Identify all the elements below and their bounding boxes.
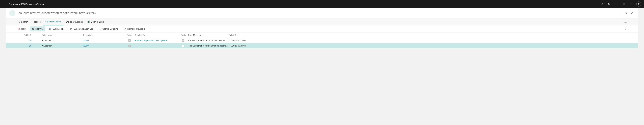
svg-point-9 (601, 3, 602, 5)
flag-icon[interactable] (613, 0, 620, 8)
col-header-description[interactable]: Description (82, 34, 124, 36)
svg-rect-0 (3, 3, 3, 3)
tab-process[interactable]: Process (30, 18, 43, 25)
svg-marker-24 (618, 21, 620, 23)
filter-icon[interactable] (616, 19, 622, 25)
svg-line-18 (632, 12, 633, 13)
cell-table-name: Customer (42, 39, 82, 42)
page-title: COUPLED DATA SYNCHRONIZATION ERRORS | WO… (18, 12, 96, 14)
svg-rect-1 (4, 3, 4, 3)
action-retry-all-label: Retry All (36, 28, 44, 30)
svg-point-30 (624, 22, 625, 23)
svg-rect-7 (4, 5, 4, 5)
action-set-up-coupling-label: Set Up Coupling (102, 28, 118, 30)
svg-point-19 (18, 21, 19, 22)
notifications-icon[interactable] (606, 0, 613, 8)
cell-exists1-checkbox (128, 39, 131, 42)
cell-failed-on: 7/7/2020 4:18 PM (228, 44, 255, 47)
action-retry-label: Retry (21, 28, 26, 30)
svg-line-39 (100, 28, 100, 29)
cell-description-link[interactable]: 10000 (82, 39, 88, 42)
page-title-row: COUPLED DATA SYNCHRONIZATION ERRORS | WO… (6, 8, 638, 18)
tab-open-in-excel[interactable]: x Open in Excel (85, 18, 107, 25)
col-header-table-name[interactable]: Table Name (42, 34, 82, 36)
cell-table-id-link[interactable]: 18 (29, 44, 32, 47)
settings-icon[interactable] (620, 0, 628, 8)
svg-rect-31 (32, 28, 33, 30)
action-sync-log[interactable]: Synchronization Log (68, 26, 96, 31)
row-menu-icon[interactable] (38, 44, 40, 47)
col-header-error-message[interactable]: Error Message (188, 34, 228, 36)
action-retry-all[interactable]: Retry All (30, 26, 46, 31)
svg-point-44 (39, 44, 39, 45)
svg-line-20 (19, 22, 20, 23)
svg-rect-3 (3, 4, 3, 4)
svg-rect-8 (5, 5, 5, 5)
cell-exists1-checkbox (128, 45, 131, 47)
cell-error-message: The Customer record cannot be updated be… (188, 44, 228, 47)
svg-line-10 (602, 5, 603, 5)
table-row[interactable]: 18Customer10000Adatum Corporation CDS Up… (6, 38, 638, 43)
svg-point-12 (623, 3, 624, 4)
pin-icon[interactable] (622, 26, 628, 32)
cell-table-name: Customer (42, 44, 82, 47)
svg-line-42 (124, 28, 126, 29)
svg-rect-40 (124, 28, 125, 29)
svg-line-17 (631, 13, 632, 14)
table-header-row: Table ID Table Name Description Exists C… (6, 32, 638, 38)
svg-rect-32 (32, 28, 34, 29)
col-header-exists1[interactable]: Exists (124, 34, 134, 36)
tab-synchronization-label: Synchronization (45, 20, 61, 23)
cell-exists2-checkbox (182, 45, 184, 47)
table-row[interactable]: 18Customer50000_The Customer record cann… (6, 43, 638, 48)
collapse-icon[interactable] (629, 10, 634, 16)
bookmark-icon[interactable] (618, 10, 623, 16)
tab-broken-couplings-label: Broken Couplings (66, 20, 83, 23)
svg-rect-2 (5, 3, 5, 3)
svg-text:x: x (88, 21, 88, 22)
tab-open-in-excel-label: Open in Excel (91, 20, 104, 23)
svg-point-29 (624, 22, 625, 22)
tab-search[interactable]: Search (16, 18, 30, 25)
tab-synchronization[interactable]: Synchronization (43, 18, 63, 25)
svg-rect-5 (5, 4, 5, 4)
svg-point-46 (39, 46, 39, 46)
top-app-bar: Dynamics 365 Business Central F (0, 0, 644, 8)
cell-exists2-checkbox (182, 39, 184, 42)
app-launcher-icon[interactable] (1, 1, 7, 7)
cell-coupled-to-link[interactable]: Adatum Corporation CDS Update (134, 39, 167, 42)
list-view-icon[interactable] (622, 19, 628, 25)
col-header-failed-on[interactable]: Failed On (228, 34, 255, 36)
action-set-up-coupling[interactable]: Set Up Coupling (97, 26, 120, 31)
svg-rect-6 (3, 5, 3, 5)
back-button[interactable] (10, 10, 16, 16)
cell-coupled-to-link[interactable]: _ (134, 44, 136, 47)
tab-process-label: Process (33, 20, 40, 23)
global-search-icon[interactable] (598, 0, 606, 8)
col-header-table-id[interactable]: Table ID (16, 34, 36, 36)
tab-search-label: Search (21, 20, 28, 23)
action-remove-coupling-label: Remove Coupling (128, 28, 145, 30)
cell-table-id-link[interactable]: 18 (29, 39, 32, 42)
svg-rect-41 (125, 29, 126, 30)
svg-rect-23 (89, 21, 90, 22)
data-table: Table ID Table Name Description Exists C… (6, 32, 638, 48)
actions-row: Retry Retry All Synchronize Synchronizat… (6, 25, 638, 32)
col-header-coupled-to[interactable]: Coupled To (134, 34, 178, 36)
tabs-row: Search Process Synchronization Broken Co… (6, 18, 638, 25)
action-retry[interactable]: Retry (16, 26, 28, 31)
user-avatar[interactable]: F (636, 1, 641, 6)
tab-broken-couplings[interactable]: Broken Couplings (63, 18, 85, 25)
app-title: Dynamics 365 Business Central (9, 3, 44, 5)
svg-rect-15 (625, 12, 626, 14)
cell-description-link[interactable]: 50000 (82, 44, 88, 47)
col-header-exists2[interactable]: Exists (178, 34, 188, 36)
cell-failed-on: 7/7/2020 4:17 PM (228, 39, 255, 42)
svg-rect-4 (4, 4, 4, 4)
action-synchronize[interactable]: Synchronize (47, 26, 66, 31)
action-remove-coupling[interactable]: Remove Coupling (122, 26, 147, 31)
popout-icon[interactable] (623, 10, 629, 16)
help-icon[interactable] (628, 0, 635, 8)
svg-rect-37 (99, 28, 100, 29)
svg-rect-38 (100, 29, 101, 30)
